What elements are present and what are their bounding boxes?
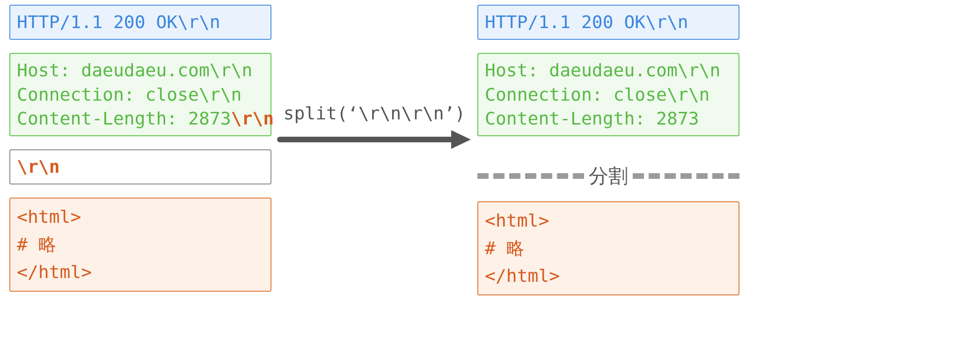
right-column: HTTP/1.1 200 OK\r\n Host: daeudaeu.com\r…	[477, 5, 739, 149]
headers-text-left: Host: daeudaeu.com\r\n Connection: close…	[17, 60, 252, 129]
status-line-box-left: HTTP/1.1 200 OK\r\n	[9, 5, 271, 40]
right-body-wrap: <html> # 略 </html>	[477, 201, 739, 295]
headers-box-right: Host: daeudaeu.com\r\n Connection: close…	[477, 53, 739, 136]
dash-right	[633, 173, 739, 179]
body-box-right: <html> # 略 </html>	[477, 201, 739, 295]
status-line-box-right: HTTP/1.1 200 OK\r\n	[477, 5, 739, 40]
split-divider: 分割	[477, 163, 739, 189]
arrow-icon	[277, 125, 472, 154]
left-column: HTTP/1.1 200 OK\r\n Host: daeudaeu.com\r…	[9, 5, 271, 292]
svg-marker-1	[451, 130, 471, 149]
split-label: split(‘\r\n\r\n’)	[276, 103, 473, 124]
divider-label: 分割	[584, 163, 633, 189]
dash-left	[477, 173, 584, 179]
split-arrow: split(‘\r\n\r\n’)	[276, 103, 473, 154]
body-box-left: <html> # 略 </html>	[9, 198, 271, 292]
separator-box: \r\n	[9, 149, 271, 184]
headers-trailing-crlf: \r\n	[231, 108, 274, 129]
headers-box-left: Host: daeudaeu.com\r\n Connection: close…	[9, 53, 271, 136]
